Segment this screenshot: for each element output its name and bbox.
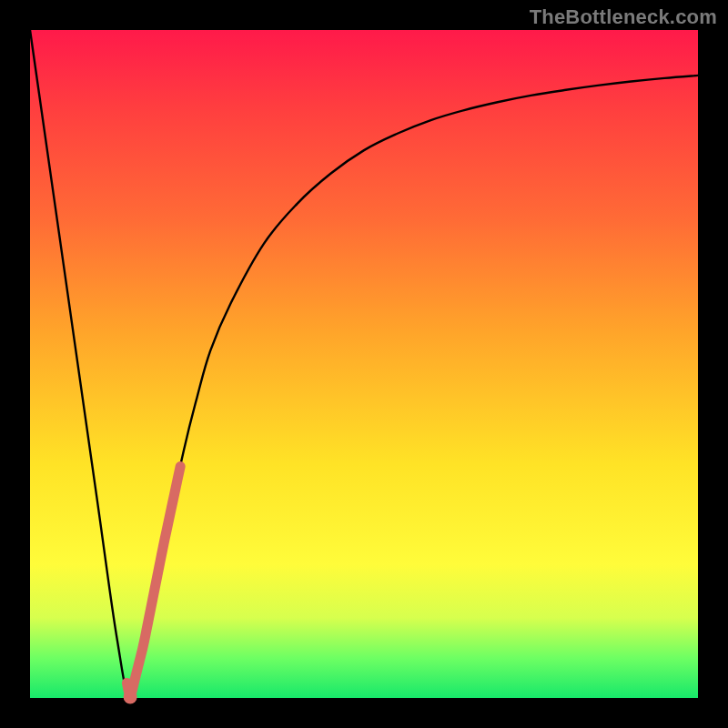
minimum-marker bbox=[124, 691, 137, 704]
plot-area bbox=[30, 30, 698, 698]
chart-svg bbox=[30, 30, 698, 698]
highlight-segment-path bbox=[126, 467, 180, 695]
bottleneck-curve-path bbox=[30, 30, 698, 698]
highlight-layer bbox=[124, 467, 181, 704]
chart-frame: TheBottleneck.com bbox=[0, 0, 728, 728]
curve-layer bbox=[30, 30, 698, 698]
watermark-text: TheBottleneck.com bbox=[530, 5, 717, 29]
